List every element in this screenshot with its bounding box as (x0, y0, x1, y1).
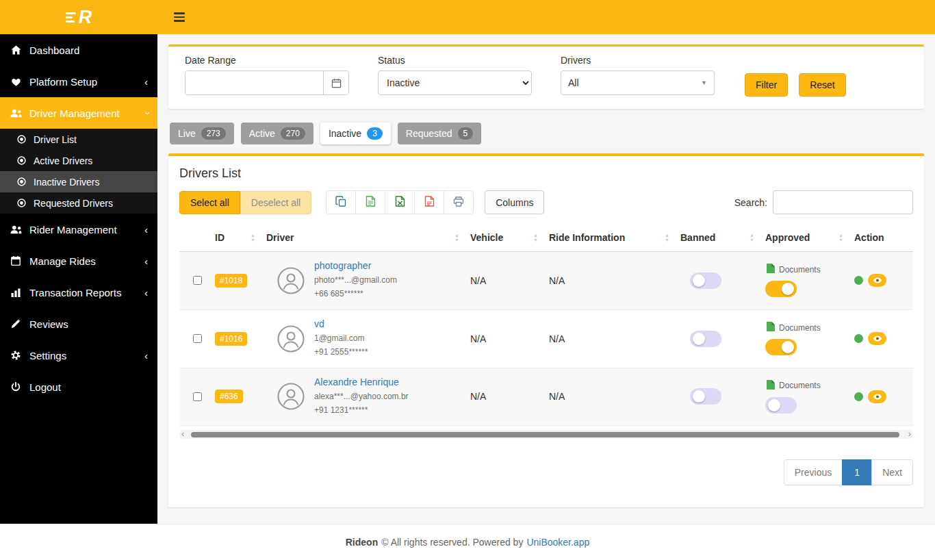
date-range-input[interactable] (185, 71, 323, 94)
tab-count-badge: 270 (281, 127, 305, 140)
driver-name-link[interactable]: Alexandre Henrique (314, 377, 409, 387)
avatar (277, 383, 305, 410)
top-header: R (0, 0, 935, 34)
header-ride-information[interactable]: Ride Information▲▼ (543, 224, 675, 252)
banned-toggle[interactable] (690, 331, 721, 347)
search-input[interactable] (773, 190, 913, 214)
toggle-knob (782, 341, 794, 353)
sidebar-item-logout[interactable]: Logout (0, 371, 157, 403)
deselect-all-button[interactable]: Deselect all (240, 191, 311, 214)
search-label: Search: (734, 197, 767, 208)
sidebar-item-inactive-drivers[interactable]: Inactive Drivers (0, 171, 157, 192)
vehicle-cell: N/A (465, 368, 543, 426)
approved-toggle[interactable] (765, 281, 797, 297)
reset-button[interactable]: Reset (799, 73, 846, 97)
rideon-logo[interactable]: R (66, 8, 92, 27)
tab-active[interactable]: Active 270 (241, 123, 313, 144)
sidebar-item-platform-setup[interactable]: Platform Setup ‹ (0, 66, 157, 97)
header-approved[interactable]: Approved▲▼ (760, 224, 849, 252)
excel-export-button[interactable] (385, 190, 415, 214)
sidebar-item-label: Logout (29, 381, 61, 393)
sidebar-item-dashboard[interactable]: Dashboard (0, 34, 157, 66)
sidebar-item-label: Dashboard (29, 44, 79, 56)
eye-icon (873, 275, 882, 285)
documents-link[interactable]: Documents (779, 381, 821, 390)
sidebar-item-driver-management[interactable]: Driver Management ‹ (0, 97, 157, 129)
approved-toggle[interactable] (765, 397, 797, 413)
sidebar-item-rider-management[interactable]: Rider Management ‹ (0, 214, 157, 245)
view-button[interactable] (868, 390, 886, 403)
scrollbar-thumb[interactable] (191, 432, 899, 437)
footer-link[interactable]: UniBooker.app (526, 537, 589, 548)
scroll-right-icon[interactable]: › (908, 429, 911, 439)
columns-button[interactable]: Columns (485, 190, 544, 214)
toggle-knob (693, 390, 705, 403)
sidebar-item-settings[interactable]: Settings ‹ (0, 340, 157, 371)
tab-inactive[interactable]: Inactive 3 (320, 123, 391, 144)
header-banned[interactable]: Banned▲▼ (675, 224, 760, 252)
tab-live[interactable]: Live 273 (170, 123, 234, 144)
green-dot-icon[interactable] (854, 392, 863, 401)
pdf-export-button[interactable] (414, 190, 444, 214)
drivers-select[interactable]: All ▼ (561, 71, 715, 95)
sidebar-item-manage-rides[interactable]: Manage Rides ‹ (0, 245, 157, 277)
documents-link[interactable]: Documents (779, 323, 821, 333)
sidebar-item-active-drivers[interactable]: Active Drivers (0, 150, 157, 171)
documents-link[interactable]: Documents (779, 265, 821, 275)
driver-cell: Alexandre Henrique alexa***...@yahoo.com… (266, 377, 459, 418)
approved-toggle[interactable] (765, 339, 797, 355)
sidebar-item-driver-list[interactable]: Driver List (0, 129, 157, 150)
driver-cell: photographer photo***...@gmail.com +66 6… (266, 260, 459, 301)
drivers-list-panel: Drivers List Select all Deselect all Col… (168, 153, 924, 507)
body-row: Dashboard Platform Setup ‹ Driver Manage… (0, 34, 935, 524)
banned-toggle[interactable] (690, 272, 721, 289)
select-all-button[interactable]: Select all (179, 191, 240, 214)
sidebar-item-requested-drivers[interactable]: Requested Drivers (0, 192, 157, 214)
horizontal-scrollbar[interactable]: ‹ › (179, 430, 913, 439)
banned-toggle[interactable] (690, 388, 721, 405)
calendar-icon[interactable] (323, 71, 348, 94)
header-driver[interactable]: Driver▲▼ (261, 224, 465, 252)
scroll-left-icon[interactable]: ‹ (181, 429, 184, 439)
sidebar-item-reviews[interactable]: Reviews (0, 308, 157, 340)
header-id[interactable]: ID▲▼ (209, 224, 261, 252)
filter-button[interactable]: Filter (745, 73, 788, 97)
action-cell (854, 274, 908, 287)
view-button[interactable] (868, 332, 886, 345)
driver-name-link[interactable]: photographer (314, 260, 397, 271)
toggle-knob (768, 399, 780, 411)
sidebar-item-label: Rider Management (29, 224, 117, 236)
pagination-next[interactable]: Next (871, 459, 913, 485)
driver-id-badge: #636 (215, 390, 243, 403)
panel-title: Drivers List (168, 156, 924, 188)
pagination-page-1[interactable]: 1 (842, 459, 872, 485)
row-checkbox[interactable] (193, 334, 202, 343)
heart-icon (10, 77, 22, 86)
copy-button[interactable] (326, 190, 356, 214)
driver-phone: +66 685****** (314, 287, 397, 301)
green-dot-icon[interactable] (854, 276, 863, 285)
green-dot-icon[interactable] (854, 334, 863, 343)
tab-requested[interactable]: Requested 5 (398, 123, 481, 144)
sidebar-item-transaction-reports[interactable]: Transaction Reports ‹ (0, 277, 157, 308)
header-action: Action (849, 224, 913, 252)
header-vehicle[interactable]: Vehicle▲▼ (465, 224, 543, 252)
hamburger-menu-icon[interactable] (171, 10, 188, 25)
app-root: R Dashboard Platform Setup ‹ Driver Mana… (0, 0, 935, 560)
chevron-down-icon: ▼ (701, 79, 707, 86)
status-select[interactable]: Inactive (378, 71, 532, 95)
dot-circle-icon (15, 156, 27, 165)
sidebar-item-label: Platform Setup (29, 76, 97, 88)
pagination: Previous 1 Next (168, 439, 924, 507)
pagination-previous[interactable]: Previous (784, 459, 843, 485)
csv-export-button[interactable] (355, 190, 385, 214)
driver-name-link[interactable]: vd (314, 318, 368, 329)
sidebar-item-label: Reviews (29, 318, 68, 330)
print-button[interactable] (444, 190, 474, 214)
driver-management-submenu: Driver List Active Drivers Inactive Driv… (0, 129, 157, 214)
dashboard-icon (10, 45, 22, 55)
view-button[interactable] (868, 274, 886, 287)
footer-text: © All rights reserved. Powered by (381, 537, 523, 548)
row-checkbox[interactable] (193, 392, 202, 401)
row-checkbox[interactable] (193, 276, 202, 285)
